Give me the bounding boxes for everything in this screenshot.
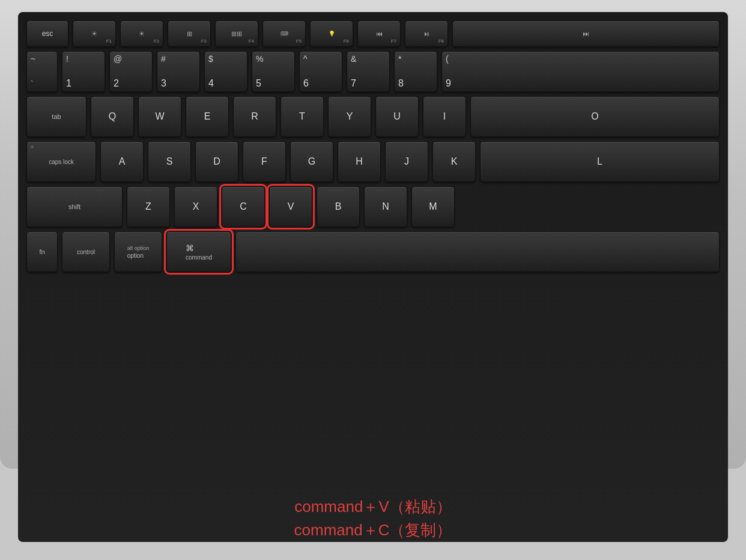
key-b[interactable]: B xyxy=(317,186,360,227)
d-label: D xyxy=(213,156,220,167)
f4-icon: ⊞⊞ xyxy=(231,30,242,38)
key-3[interactable]: # 3 xyxy=(157,51,200,92)
t-label: T xyxy=(299,111,305,122)
key-z[interactable]: Z xyxy=(127,186,170,227)
command-symbol: ⌘ xyxy=(186,243,194,253)
key-u[interactable]: U xyxy=(375,96,419,137)
f1-label: F1 xyxy=(106,38,112,44)
key-t[interactable]: T xyxy=(281,96,324,137)
key-r[interactable]: R xyxy=(233,96,276,137)
key-l-partial[interactable]: L xyxy=(480,141,720,182)
key-7-inner: & 7 xyxy=(347,52,389,91)
v-label: V xyxy=(288,201,294,212)
key-backtick[interactable]: ~ ` xyxy=(26,51,58,92)
key-j[interactable]: J xyxy=(385,141,428,182)
key-x[interactable]: X xyxy=(174,186,217,227)
key-f9-partial[interactable]: ⏭ xyxy=(452,20,720,47)
zxcv-key-row: shift Z X C V B N M xyxy=(26,186,720,227)
key-s[interactable]: S xyxy=(148,141,191,182)
esc-label: esc xyxy=(42,29,53,38)
key-f1[interactable]: ☀ F1 xyxy=(73,20,116,47)
key-8[interactable]: * 8 xyxy=(394,51,437,92)
key-n[interactable]: N xyxy=(364,186,407,227)
key-d[interactable]: D xyxy=(195,141,238,182)
num-6-symbol: 6 xyxy=(303,78,309,89)
f8-label: F8 xyxy=(438,38,444,44)
key-f4[interactable]: ⊞⊞ F4 xyxy=(215,20,258,47)
b-label: B xyxy=(335,201,342,212)
key-fn[interactable]: fn xyxy=(26,231,58,272)
a-label: A xyxy=(119,156,126,167)
dollar-symbol: $ xyxy=(208,54,213,64)
key-i[interactable]: I xyxy=(423,96,466,137)
key-c[interactable]: C xyxy=(222,186,265,227)
shift-label: shift xyxy=(68,203,80,210)
f4-label: F4 xyxy=(249,38,254,44)
asdf-key-row: caps lock A S D F G H J K L xyxy=(26,141,720,182)
key-m[interactable]: M xyxy=(411,186,455,227)
key-f[interactable]: F xyxy=(243,141,286,182)
f9-icon: ⏭ xyxy=(583,30,589,37)
num-7-symbol: 7 xyxy=(351,78,356,89)
key-4[interactable]: $ 4 xyxy=(204,51,247,92)
tab-label: tab xyxy=(52,113,61,120)
key-tab[interactable]: tab xyxy=(26,96,86,137)
key-f8[interactable]: ⏯ F8 xyxy=(405,20,448,47)
key-w[interactable]: W xyxy=(138,96,181,137)
key-command[interactable]: ⌘ command xyxy=(166,231,231,272)
key-1[interactable]: ! 1 xyxy=(62,51,105,92)
key-9-partial[interactable]: ( 9 xyxy=(441,51,720,92)
key-2[interactable]: @ 2 xyxy=(109,51,153,92)
key-f3[interactable]: ⊞ F3 xyxy=(168,20,211,47)
u-label: U xyxy=(393,111,401,122)
key-q[interactable]: Q xyxy=(91,96,134,137)
f8-icon: ⏯ xyxy=(423,30,430,37)
f1-icon: ☀ xyxy=(91,30,97,38)
tilde-symbol: ~ xyxy=(31,54,35,64)
key-f6[interactable]: 💡 F6 xyxy=(310,20,353,47)
key-h[interactable]: H xyxy=(338,141,381,182)
key-esc[interactable]: esc xyxy=(26,20,68,47)
key-caps-lock[interactable]: caps lock xyxy=(26,141,96,182)
key-6[interactable]: ^ 6 xyxy=(299,51,342,92)
command-inner: ⌘ command xyxy=(181,232,217,272)
caps-lock-label: caps lock xyxy=(49,159,74,165)
key-v[interactable]: V xyxy=(269,186,312,227)
percent-symbol: % xyxy=(256,54,263,64)
num-5-symbol: 5 xyxy=(256,78,261,89)
key-backtick-inner: ~ ` xyxy=(27,52,57,91)
key-1-inner: ! 1 xyxy=(62,52,105,91)
key-option[interactable]: alt option option xyxy=(114,231,162,272)
z-label: Z xyxy=(145,201,151,212)
key-6-inner: ^ 6 xyxy=(300,52,342,91)
key-k[interactable]: K xyxy=(432,141,476,182)
fn-label: fn xyxy=(39,248,44,255)
j-label: J xyxy=(404,156,409,167)
e-label: E xyxy=(204,111,211,122)
key-y[interactable]: Y xyxy=(328,96,371,137)
key-7[interactable]: & 7 xyxy=(347,51,390,92)
annotation-line2: command＋C（复制） xyxy=(0,519,746,542)
key-o-partial[interactable]: O xyxy=(470,96,720,137)
r-label: R xyxy=(251,111,258,122)
key-5[interactable]: % 5 xyxy=(252,51,295,92)
key-g[interactable]: G xyxy=(290,141,333,182)
caps-lock-led xyxy=(31,145,34,148)
key-e[interactable]: E xyxy=(186,96,229,137)
backtick-symbol: ` xyxy=(31,79,34,89)
num-9-symbol: 9 xyxy=(446,78,451,89)
key-f2[interactable]: ☀ F2 xyxy=(120,20,163,47)
key-control[interactable]: control xyxy=(62,231,110,272)
key-f7[interactable]: ⏮ F7 xyxy=(357,20,401,47)
key-shift-left[interactable]: shift xyxy=(26,186,123,227)
hash-symbol: # xyxy=(161,54,166,64)
fn-key-row: esc ☀ F1 ☀ F2 ⊞ F3 ⊞⊞ F4 ⌨ F5 💡 F6 ⏮ F7 xyxy=(26,20,720,47)
key-space[interactable] xyxy=(235,231,720,272)
l-label: L xyxy=(597,156,602,167)
alt-label: alt option xyxy=(127,245,150,251)
key-a[interactable]: A xyxy=(100,141,144,182)
o-label: O xyxy=(591,111,598,122)
key-f5[interactable]: ⌨ F5 xyxy=(262,20,306,47)
num-2-symbol: 2 xyxy=(114,78,119,89)
caret-symbol: ^ xyxy=(303,54,308,64)
